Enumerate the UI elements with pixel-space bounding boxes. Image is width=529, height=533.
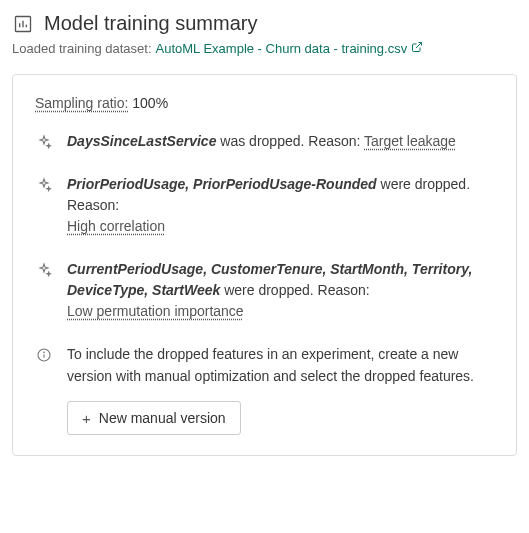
drop-reason-link[interactable]: Low permutation importance xyxy=(67,303,244,319)
list-item-body: CurrentPeriodUsage, CustomerTenure, Star… xyxy=(67,259,494,322)
button-label: New manual version xyxy=(99,410,226,426)
page-header: Model training summary xyxy=(12,12,517,35)
dataset-line: Loaded training dataset: AutoML Example … xyxy=(12,41,517,56)
dataset-label: Loaded training dataset: xyxy=(12,41,152,56)
page-title: Model training summary xyxy=(44,12,257,35)
feature-names: PriorPeriodUsage, PriorPeriodUsage-Round… xyxy=(67,176,377,192)
list-item: DaysSinceLastService was dropped. Reason… xyxy=(35,131,494,152)
list-item: PriorPeriodUsage, PriorPeriodUsage-Round… xyxy=(35,174,494,237)
new-manual-version-button[interactable]: + New manual version xyxy=(67,401,241,435)
info-section: To include the dropped features in an ex… xyxy=(35,344,494,435)
bar-chart-icon xyxy=(12,13,34,35)
drop-reason-link[interactable]: High correlation xyxy=(67,218,165,234)
drop-verb: was dropped. Reason: xyxy=(220,133,360,149)
sampling-ratio-line: Sampling ratio: 100% xyxy=(35,95,494,111)
dataset-link[interactable]: AutoML Example - Churn data - training.c… xyxy=(156,41,424,56)
dataset-link-text: AutoML Example - Churn data - training.c… xyxy=(156,41,408,56)
list-item-body: PriorPeriodUsage, PriorPeriodUsage-Round… xyxy=(67,174,494,237)
external-link-icon xyxy=(411,41,423,56)
drop-reason-link[interactable]: Target leakage xyxy=(364,133,456,149)
info-text: To include the dropped features in an ex… xyxy=(67,344,494,387)
sparkle-icon xyxy=(35,176,53,194)
info-icon xyxy=(35,346,53,364)
sparkle-icon xyxy=(35,261,53,279)
dropped-features-list: DaysSinceLastService was dropped. Reason… xyxy=(35,131,494,322)
sparkle-icon xyxy=(35,133,53,151)
info-body: To include the dropped features in an ex… xyxy=(67,344,494,435)
list-item: CurrentPeriodUsage, CustomerTenure, Star… xyxy=(35,259,494,322)
svg-point-7 xyxy=(44,352,45,353)
sampling-ratio-label: Sampling ratio: xyxy=(35,95,128,111)
feature-names: DaysSinceLastService xyxy=(67,133,216,149)
drop-verb: were dropped. Reason: xyxy=(224,282,370,298)
svg-line-4 xyxy=(416,43,422,49)
plus-icon: + xyxy=(82,411,91,426)
sampling-ratio-value: 100% xyxy=(132,95,168,111)
summary-card: Sampling ratio: 100% DaysSinceLastServic… xyxy=(12,74,517,456)
list-item-body: DaysSinceLastService was dropped. Reason… xyxy=(67,131,494,152)
